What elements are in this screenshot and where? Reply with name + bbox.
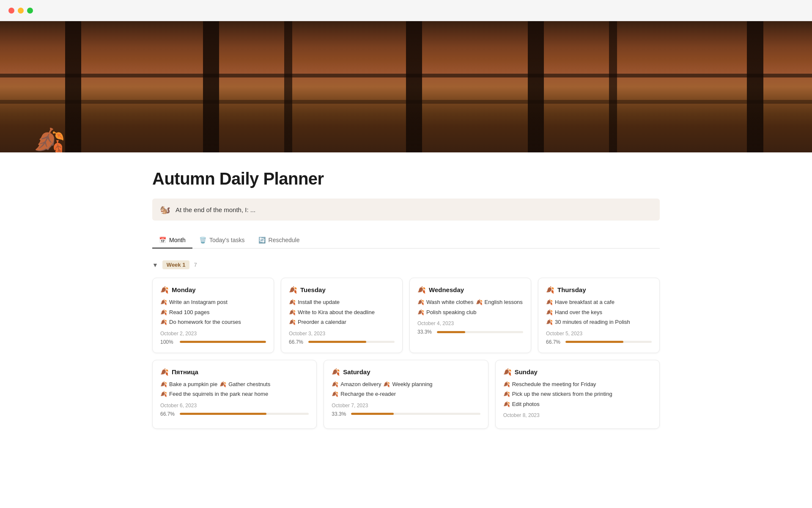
- progress-bar-bg: [308, 341, 395, 343]
- header-leaves-emoji: 🍂: [34, 127, 66, 152]
- progress-bar-fill: [565, 341, 623, 343]
- progress-row: 66.7%: [160, 411, 309, 417]
- task-text: Wash white clothes: [426, 298, 474, 306]
- day-name-monday: 🍂 Monday: [160, 286, 266, 294]
- task-item: 🍂 Install the update: [289, 298, 395, 306]
- task-text: 30 minutes of reading in Polish: [555, 318, 630, 326]
- day-name-tuesday: 🍂 Tuesday: [289, 286, 395, 294]
- progress-bar-bg: [565, 341, 652, 343]
- task-emoji: 🍂: [546, 298, 553, 306]
- day-name-sunday: 🍂 Sunday: [503, 368, 652, 376]
- card-tuesday: 🍂 Tuesday 🍂 Install the update 🍂 Write t…: [281, 278, 403, 353]
- week-row-2: 🍂 Пятница 🍂 Bake a pumpkin pie 🍂 Gather …: [152, 360, 660, 429]
- task-emoji: 🍂: [160, 380, 167, 389]
- saturday-label: Saturday: [343, 368, 370, 375]
- task-emoji: 🍂: [503, 390, 510, 398]
- progress-row: 66.7%: [289, 339, 395, 345]
- close-button[interactable]: [8, 8, 14, 14]
- week-badge: Week 1: [162, 260, 190, 269]
- progress-row: 66.7%: [546, 339, 652, 345]
- task-text: Hand over the keys: [555, 308, 602, 317]
- task-item: 🍂 Read 100 pages: [160, 308, 266, 317]
- task-text: Amazon delivery: [340, 380, 381, 389]
- task-emoji: 🍂: [160, 308, 167, 317]
- progress-pct: 66.7%: [160, 411, 176, 417]
- calendar-icon: 📅: [159, 237, 166, 243]
- main-content: Autumn Daily Planner 🐿️ At the end of th…: [110, 152, 702, 454]
- task-text: Bake a pumpkin pie: [169, 380, 217, 389]
- card-date: October 5, 2023: [546, 331, 652, 337]
- week-collapse-arrow[interactable]: ▼: [152, 262, 158, 268]
- progress-bar-bg: [351, 413, 480, 415]
- traffic-lights: [8, 8, 33, 14]
- task-emoji: 🍂: [503, 400, 510, 409]
- tab-month-label: Month: [169, 237, 186, 243]
- friday-emoji: 🍂: [160, 368, 169, 376]
- task-item: 🍂 Write to Kira about the deadline: [289, 308, 395, 317]
- progress-bar-bg: [180, 413, 309, 415]
- maximize-button[interactable]: [27, 8, 33, 14]
- task-emoji: 🍂: [332, 390, 338, 398]
- task-text: Weekly planning: [392, 380, 432, 389]
- saturday-emoji: 🍂: [332, 368, 340, 376]
- day-name-friday: 🍂 Пятница: [160, 368, 309, 376]
- sunday-label: Sunday: [515, 368, 538, 375]
- card-wednesday: 🍂 Wednesday 🍂 Wash white clothes 🍂 Engli…: [409, 278, 531, 353]
- progress-bar-bg: [437, 331, 523, 333]
- task-text: Read 100 pages: [169, 308, 209, 317]
- task-item: 🍂 Hand over the keys: [546, 308, 652, 317]
- callout-icon: 🐿️: [160, 204, 170, 215]
- progress-bar-fill: [180, 341, 266, 343]
- task-item: 🍂 Do homework for the courses: [160, 318, 266, 326]
- task-text: Install the update: [298, 298, 340, 306]
- task-text: Reschedule the meeting for Friday: [512, 380, 596, 389]
- progress-bar-fill: [180, 413, 266, 415]
- sunday-emoji: 🍂: [503, 368, 512, 376]
- task-text: Edit photos: [512, 400, 540, 409]
- card-date: October 4, 2023: [417, 320, 523, 326]
- task-text: Polish speaking club: [426, 308, 477, 317]
- card-date: October 7, 2023: [332, 403, 480, 409]
- progress-row: 33.3%: [332, 411, 480, 417]
- day-name-thursday: 🍂 Thursday: [546, 286, 652, 294]
- day-name-wednesday: 🍂 Wednesday: [417, 286, 523, 294]
- task-emoji: 🍂: [546, 318, 553, 326]
- tab-reschedule[interactable]: 🔄 Reschedule: [252, 232, 307, 248]
- minimize-button[interactable]: [18, 8, 24, 14]
- task-item: 🍂 Amazon delivery 🍂 Weekly planning: [332, 380, 480, 389]
- task-text: Recharge the e-reader: [340, 390, 396, 398]
- task-item: 🍂 Have breakfast at a cafe: [546, 298, 652, 306]
- card-date: October 2, 2023: [160, 331, 266, 337]
- task-item: 🍂 Reschedule the meeting for Friday: [503, 380, 652, 389]
- monday-label: Monday: [172, 286, 196, 293]
- window-chrome: [0, 0, 812, 21]
- tab-today[interactable]: 🗑️ Today's tasks: [192, 232, 252, 248]
- task-item: 🍂 Write an Instagram post: [160, 298, 266, 306]
- task-emoji: 🍂: [160, 318, 167, 326]
- task-item: 🍂 Bake a pumpkin pie 🍂 Gather chestnuts: [160, 380, 309, 389]
- task-item: 🍂 Feed the squirrels in the park near ho…: [160, 390, 309, 398]
- tab-month[interactable]: 📅 Month: [152, 232, 192, 248]
- tab-today-label: Today's tasks: [209, 237, 245, 243]
- task-text: Write an Instagram post: [169, 298, 228, 306]
- callout-block: 🐿️ At the end of the month, I: ...: [152, 199, 660, 221]
- tuesday-label: Tuesday: [300, 286, 326, 293]
- card-date: October 3, 2023: [289, 331, 395, 337]
- task-text: Do homework for the courses: [169, 318, 241, 326]
- task-text: Feed the squirrels in the park near home: [169, 390, 268, 398]
- progress-pct: 66.7%: [546, 339, 562, 345]
- card-friday: 🍂 Пятница 🍂 Bake a pumpkin pie 🍂 Gather …: [152, 360, 317, 429]
- task-emoji: 🍂: [503, 380, 510, 389]
- tabs-bar: 📅 Month 🗑️ Today's tasks 🔄 Reschedule: [152, 232, 660, 248]
- task-item: 🍂 Preorder a calendar: [289, 318, 395, 326]
- progress-pct: 33.3%: [417, 329, 433, 335]
- task-emoji: 🍂: [289, 298, 296, 306]
- progress-bar-fill: [351, 413, 394, 415]
- tab-reschedule-label: Reschedule: [269, 237, 300, 243]
- task-emoji: 🍂: [417, 308, 424, 317]
- task-item: 🍂 Edit photos: [503, 400, 652, 409]
- task-emoji: 🍂: [289, 318, 296, 326]
- progress-row: 100%: [160, 339, 266, 345]
- task-text: Preorder a calendar: [298, 318, 346, 326]
- task-emoji: 🍂: [289, 308, 296, 317]
